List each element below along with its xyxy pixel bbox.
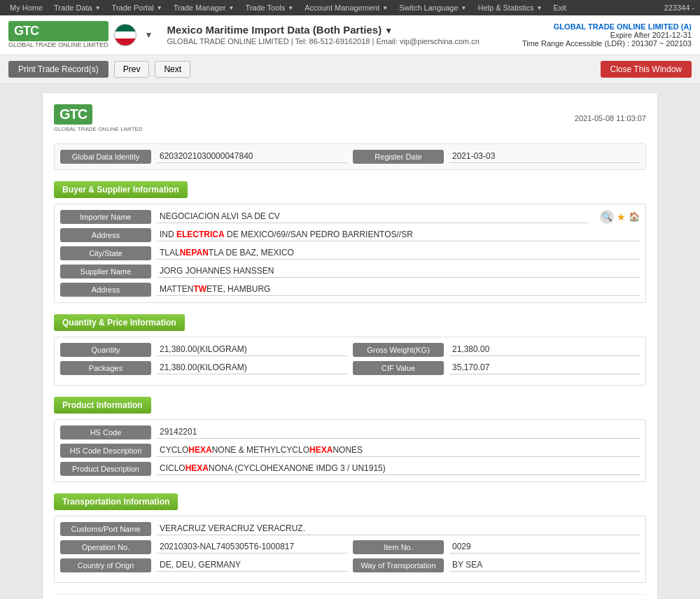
product-desc-value: CICLOHEXANONA (CYCLOHEXANONE IMDG 3 / UN… bbox=[157, 462, 640, 475]
page-title: Mexico Maritime Import Data (Both Partie… bbox=[167, 24, 522, 36]
supplier-name-value: JORG JOHANNES HANSSEN bbox=[157, 265, 640, 278]
close-button-top[interactable]: Close This Window bbox=[601, 61, 692, 78]
main-content: GTC GLOBAL TRADE ONLINE LIMITED 2021-05-… bbox=[0, 84, 700, 599]
quantity-label: Quantity bbox=[60, 343, 151, 357]
account-number: 223344 - bbox=[664, 3, 694, 12]
card-logo: GTC GLOBAL TRADE ONLINE LIMITED bbox=[54, 104, 143, 132]
supplier-address-value: MATTENTWETE, HAMBURG bbox=[157, 283, 640, 296]
item-no-label: Item No. bbox=[353, 540, 444, 554]
record-card: GTC GLOBAL TRADE ONLINE LIMITED 2021-05-… bbox=[42, 92, 658, 599]
quantity-col: Quantity 21,380.00(KILOGRAM) bbox=[60, 343, 347, 357]
buyer-supplier-body: Importer Name NEGOCIACION ALVI SA DE CV … bbox=[54, 204, 646, 303]
register-date-label: Register Date bbox=[353, 150, 444, 164]
nav-my-home[interactable]: My Home bbox=[6, 3, 47, 12]
buyer-supplier-section: Buyer & Supplier Information Importer Na… bbox=[54, 181, 646, 303]
transportation-body: Customs/Port Name VERACRUZ VERACRUZ VERA… bbox=[54, 516, 646, 583]
quantity-row: Quantity 21,380.00(KILOGRAM) Gross Weigh… bbox=[60, 343, 640, 357]
gross-weight-value: 21,380.00 bbox=[449, 343, 640, 356]
quantity-value: 21,380.00(KILOGRAM) bbox=[157, 343, 347, 356]
transport-mode-value: BY SEA bbox=[449, 558, 640, 572]
mexico-flag bbox=[114, 24, 136, 46]
operation-col: Operation No. 20210303-NAL7405305T6-1000… bbox=[60, 540, 347, 554]
nav-trade-tools[interactable]: Trade Tools ▼ bbox=[241, 3, 298, 12]
country-value: DE, DEU, GERMANY bbox=[157, 558, 347, 572]
cif-value-value: 35,170.07 bbox=[449, 361, 640, 374]
next-button-top[interactable]: Next bbox=[155, 61, 190, 78]
top-action-bar: Print Trade Record(s) Prev Next Close Th… bbox=[0, 55, 700, 84]
nav-switch-language[interactable]: Switch Language ▼ bbox=[395, 3, 470, 12]
search-icon[interactable]: 🔍 bbox=[600, 210, 614, 224]
page-header: GTC GLOBAL TRADE ONLINE LIMITED ▼ Mexico… bbox=[0, 15, 700, 55]
nav-trade-portal[interactable]: Trade Portal ▼ bbox=[108, 3, 167, 12]
importer-address-value: IND ELECTRICA DE MEXICO/69//SAN PEDRO BA… bbox=[157, 228, 640, 241]
print-button-top[interactable]: Print Trade Record(s) bbox=[8, 61, 108, 78]
supplier-name-row: Supplier Name JORG JOHANNES HANSSEN bbox=[60, 265, 640, 279]
cif-value-col: CIF Value 35,170.07 bbox=[353, 361, 640, 375]
gross-weight-col: Gross Weight(KG) 21,380.00 bbox=[353, 343, 640, 357]
header-subtitle: GLOBAL TRADE ONLINE LIMITED | Tel: 86-51… bbox=[167, 37, 522, 45]
company-name: GLOBAL TRADE ONLINE LIMITED (A) bbox=[522, 22, 692, 31]
expire-date: Expire After 2021-12-31 bbox=[522, 31, 692, 39]
card-logo-img: GTC bbox=[54, 104, 92, 125]
city-state-label: City/State bbox=[60, 246, 151, 260]
star-icon[interactable]: ★ bbox=[617, 211, 626, 223]
importer-name-label: Importer Name bbox=[60, 210, 151, 224]
nav-trade-data[interactable]: Trade Data ▼ bbox=[50, 3, 105, 12]
product-desc-label: Product Description bbox=[60, 462, 151, 476]
importer-icons: 🔍 ★ 🏠 bbox=[600, 210, 640, 224]
operation-label: Operation No. bbox=[60, 540, 151, 554]
nav-help-statistics[interactable]: Help & Statistics ▼ bbox=[473, 3, 546, 12]
cif-value-label: CIF Value bbox=[353, 361, 444, 375]
port-name-value: VERACRUZ VERACRUZ VERACRUZ. bbox=[157, 522, 640, 535]
packages-row: Packages 21,380.00(KILOGRAM) CIF Value 3… bbox=[60, 361, 640, 375]
register-date-value: 2021-03-03 bbox=[449, 150, 640, 163]
operation-value: 20210303-NAL7405305T6-1000817 bbox=[157, 540, 347, 554]
importer-address-label: Address bbox=[60, 228, 151, 242]
transportation-section: Transportation Information Customs/Port … bbox=[54, 493, 646, 583]
product-title: Product Information bbox=[54, 397, 151, 414]
logo-subtitle: GLOBAL TRADE ONLINE LIMITED bbox=[8, 41, 108, 49]
city-state-row: City/State TLALNEPANTLA DE BAZ, MEXICO bbox=[60, 246, 640, 260]
home-icon[interactable]: 🏠 bbox=[629, 211, 640, 222]
hs-code-row: HS Code 29142201 bbox=[60, 425, 640, 439]
gross-weight-label: Gross Weight(KG) bbox=[353, 343, 444, 357]
nav-exit[interactable]: Exit bbox=[549, 3, 570, 12]
port-name-label: Customs/Port Name bbox=[60, 522, 151, 536]
top-navigation: My Home Trade Data ▼ Trade Portal ▼ Trad… bbox=[0, 0, 700, 15]
card-header: GTC GLOBAL TRADE ONLINE LIMITED 2021-05-… bbox=[54, 104, 646, 132]
city-state-value: TLALNEPANTLA DE BAZ, MEXICO bbox=[157, 246, 640, 260]
identity-row: Global Data Identity 6203202103000004784… bbox=[54, 143, 646, 170]
quantity-price-section: Quantity & Price Information Quantity 21… bbox=[54, 314, 646, 386]
importer-name-value: NEGOCIACION ALVI SA DE CV bbox=[157, 210, 589, 223]
time-range: Time Range Accessible (LDR) : 201307 ~ 2… bbox=[522, 39, 692, 48]
transport-mode-col: Way of Transportation BY SEA bbox=[353, 558, 640, 572]
packages-label: Packages bbox=[60, 361, 151, 375]
nav-trade-manager[interactable]: Trade Manager ▼ bbox=[169, 3, 239, 12]
prev-button-top[interactable]: Prev bbox=[114, 61, 150, 78]
operation-row: Operation No. 20210303-NAL7405305T6-1000… bbox=[60, 540, 640, 554]
packages-col: Packages 21,380.00(KILOGRAM) bbox=[60, 361, 347, 375]
nav-account-management[interactable]: Account Management ▼ bbox=[300, 3, 392, 12]
supplier-name-label: Supplier Name bbox=[60, 265, 151, 279]
quantity-price-title: Quantity & Price Information bbox=[54, 314, 185, 331]
port-name-row: Customs/Port Name VERACRUZ VERACRUZ VERA… bbox=[60, 522, 640, 536]
hs-code-label: HS Code bbox=[60, 425, 151, 439]
importer-address-row: Address IND ELECTRICA DE MEXICO/69//SAN … bbox=[60, 228, 640, 242]
logo-area: GTC GLOBAL TRADE ONLINE LIMITED ▼ bbox=[8, 21, 153, 49]
card-logo-sub: GLOBAL TRADE ONLINE LIMITED bbox=[54, 126, 143, 132]
country-label: Country of Orign bbox=[60, 558, 151, 572]
hs-code-value: 29142201 bbox=[157, 425, 640, 439]
product-body: HS Code 29142201 HS Code Description CYC… bbox=[54, 419, 646, 482]
hs-code-desc-value: CYCLOHEXANONE & METHYLCYCLOHEXANONES bbox=[157, 444, 640, 457]
country-row: Country of Orign DE, DEU, GERMANY Way of… bbox=[60, 558, 640, 572]
item-no-col: Item No. 0029 bbox=[353, 540, 640, 554]
product-section: Product Information HS Code 29142201 HS … bbox=[54, 397, 646, 482]
card-footer: Mexico Maritime Import Data (Both Partie… bbox=[54, 594, 646, 599]
card-date: 2021-05-08 11:03:07 bbox=[575, 114, 646, 122]
item-no-value: 0029 bbox=[449, 540, 640, 554]
transport-mode-label: Way of Transportation bbox=[353, 558, 444, 572]
product-desc-row: Product Description CICLOHEXANONA (CYCLO… bbox=[60, 462, 640, 476]
flag-dropdown-icon[interactable]: ▼ bbox=[145, 30, 153, 40]
supplier-address-row: Address MATTENTWETE, HAMBURG bbox=[60, 283, 640, 297]
gtc-logo: GTC bbox=[8, 21, 108, 41]
